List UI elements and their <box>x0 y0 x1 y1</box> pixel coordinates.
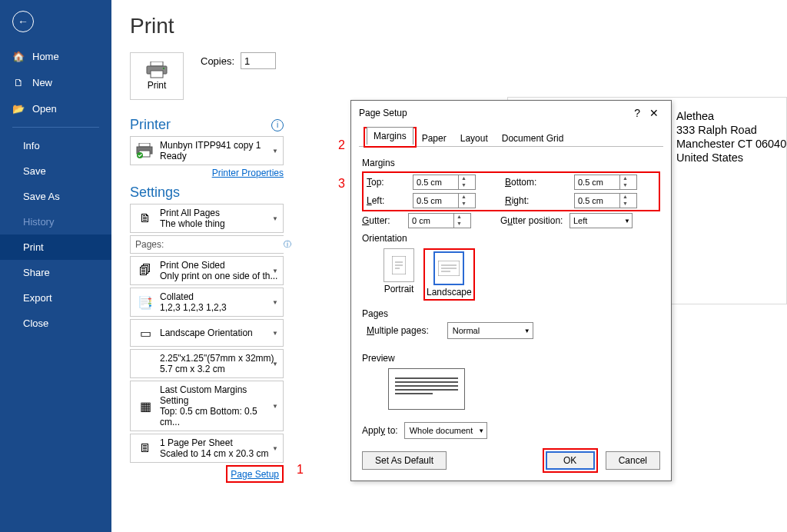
nav-home[interactable]: 🏠Home <box>0 43 111 69</box>
nav-save[interactable]: Save <box>0 158 111 184</box>
landscape-label: Landscape <box>427 287 472 298</box>
nav-open[interactable]: 📂Open <box>0 95 111 121</box>
ok-button[interactable]: OK <box>546 451 595 470</box>
spin-down-icon[interactable]: ▼ <box>459 182 469 189</box>
gutter-position-select[interactable]: Left▼ <box>569 213 633 228</box>
printer-properties-link[interactable]: Printer Properties <box>130 168 284 178</box>
setting-line1: Landscape Orientation <box>160 328 253 338</box>
tab-layout[interactable]: Layout <box>453 129 495 147</box>
setting-line2: Top: 0.5 cm Bottom: 0.5 cm... <box>160 406 278 427</box>
nav-new-label: New <box>32 77 52 88</box>
tab-document-grid[interactable]: Document Grid <box>495 129 571 147</box>
margin-bottom-input[interactable]: ▲▼ <box>574 175 637 190</box>
nav-new[interactable]: 🗋New <box>0 69 111 95</box>
address-city: Manchester CT 06040 <box>676 137 786 151</box>
printer-selector[interactable]: Munbyn ITPP941 copy 1Ready ▼ <box>130 136 284 165</box>
orientation-group: Portrait Landscape <box>384 248 660 301</box>
spin-up-icon[interactable]: ▲ <box>620 194 630 201</box>
spin-up-icon[interactable]: ▲ <box>459 175 469 182</box>
margin-left-input[interactable]: ▲▼ <box>413 193 476 208</box>
setting-collated[interactable]: 📑Collated1,2,3 1,2,3 1,2,3▼ <box>130 288 284 317</box>
landscape-icon <box>433 251 464 285</box>
margins-icon: ▦ <box>135 396 155 416</box>
page-setup-link[interactable]: Page Setup <box>227 467 282 481</box>
gutter-input[interactable]: ▲▼ <box>408 213 471 228</box>
multiple-pages-select[interactable]: Normal▼ <box>447 322 533 339</box>
nav-saveas-label: Save As <box>23 191 60 202</box>
orientation-portrait[interactable]: Portrait <box>384 248 414 301</box>
setting-line1: 1 Page Per Sheet <box>160 437 268 448</box>
portrait-icon <box>384 248 414 282</box>
svg-point-7 <box>137 152 143 158</box>
nav-close[interactable]: Close <box>0 311 111 336</box>
setting-scale[interactable]: 🗏1 Page Per SheetScaled to 14 cm x 20.3 … <box>130 434 284 463</box>
setting-print-all[interactable]: 🗎Print All PagesThe whole thing▼ <box>130 204 284 233</box>
address-street: 333 Ralph Road <box>676 123 786 137</box>
printer-heading: Printeri <box>130 117 284 133</box>
nav-info[interactable]: Info <box>0 133 111 158</box>
pages-input[interactable] <box>168 236 284 253</box>
dialog-close-button[interactable]: ✕ <box>645 107 663 119</box>
setting-margins[interactable]: ▦Last Custom Margins SettingTop: 0.5 cm … <box>130 381 284 431</box>
printer-info-icon[interactable]: i <box>271 119 284 131</box>
back-button[interactable]: ← <box>12 11 34 32</box>
dialog-body: Margins TTop:op: ▲▼ Bottom: ▲▼ Left: ▲▼ … <box>351 147 671 480</box>
setting-papersize[interactable]: 2.25"x1.25"(57mm x 32mm)5.7 cm x 3.2 cm▼ <box>130 349 284 378</box>
margins-grid: TTop:op: ▲▼ Bottom: ▲▼ Left: ▲▼ Right: ▲… <box>362 171 660 211</box>
printer-heading-label: Printer <box>130 117 171 133</box>
dropdown-arrow-icon: ▼ <box>272 361 278 367</box>
printer-icon <box>146 62 168 78</box>
apply-to-row: Apply to: Whole document▼ <box>362 422 660 439</box>
spin-up-icon[interactable]: ▲ <box>620 175 630 182</box>
setting-line1: Collated <box>160 291 227 302</box>
printer-name: Munbyn ITPP941 copy 1 <box>160 140 261 151</box>
page-single-icon: 🗐 <box>135 261 155 281</box>
nav-print[interactable]: Print <box>0 234 111 260</box>
print-button-group: Print Copies: <box>130 52 769 100</box>
setting-line2: Scaled to 14 cm x 20.3 cm <box>160 448 268 459</box>
cancel-button[interactable]: Cancel <box>606 451 660 470</box>
tab-paper[interactable]: Paper <box>415 129 453 147</box>
spin-up-icon[interactable]: ▲ <box>454 214 464 221</box>
spin-down-icon[interactable]: ▼ <box>620 182 630 189</box>
nav-saveas[interactable]: Save As <box>0 184 111 209</box>
setting-line2: 5.7 cm x 3.2 cm <box>160 364 274 374</box>
new-icon: 🗋 <box>12 76 25 88</box>
apply-to-value: Whole document <box>410 426 473 435</box>
collated-icon: 📑 <box>135 292 155 312</box>
print-button[interactable]: Print <box>130 52 184 100</box>
page-setup-dialog: Page Setup ? ✕ Margins Paper Layout Docu… <box>350 100 672 481</box>
set-as-default-button[interactable]: Set As Default <box>362 451 447 470</box>
tab-margins[interactable]: Margins <box>367 127 413 145</box>
nav-home-label: Home <box>32 51 59 62</box>
apply-to-select[interactable]: Whole document▼ <box>404 422 488 439</box>
svg-point-3 <box>163 68 164 69</box>
chevron-down-icon: ▼ <box>478 427 484 434</box>
dialog-help-button[interactable]: ? <box>629 107 645 119</box>
spin-down-icon[interactable]: ▼ <box>454 221 464 228</box>
dropdown-arrow-icon: ▼ <box>272 445 278 452</box>
dropdown-arrow-icon: ▼ <box>272 330 278 337</box>
nav-share[interactable]: Share <box>0 260 111 285</box>
orientation-landscape[interactable]: Landscape <box>427 251 472 298</box>
home-icon: 🏠 <box>12 50 25 62</box>
annotation-1: 1 <box>297 463 304 477</box>
copies-input[interactable] <box>241 52 276 69</box>
margin-right-input[interactable]: ▲▼ <box>574 193 637 208</box>
dialog-title: Page Setup <box>359 108 407 118</box>
pages-info-icon[interactable]: ⓘ <box>284 238 291 251</box>
setting-one-sided[interactable]: 🗐Print One SidedOnly print on one side o… <box>130 256 284 285</box>
spin-down-icon[interactable]: ▼ <box>459 201 469 208</box>
spin-up-icon[interactable]: ▲ <box>459 194 469 201</box>
chevron-down-icon: ▼ <box>524 328 530 334</box>
setting-line1: Last Custom Margins Setting <box>160 384 278 406</box>
copies-label: Copies: <box>201 55 234 67</box>
spin-down-icon[interactable]: ▼ <box>620 201 630 208</box>
setting-orientation[interactable]: ▭Landscape Orientation▼ <box>130 319 284 347</box>
nav-save-label: Save <box>23 165 46 177</box>
nav-export[interactable]: Export <box>0 285 111 311</box>
annotation-3: 3 <box>338 177 345 191</box>
margin-preview <box>388 368 465 410</box>
margin-top-input[interactable]: ▲▼ <box>413 175 476 190</box>
portrait-label: Portrait <box>384 284 414 294</box>
